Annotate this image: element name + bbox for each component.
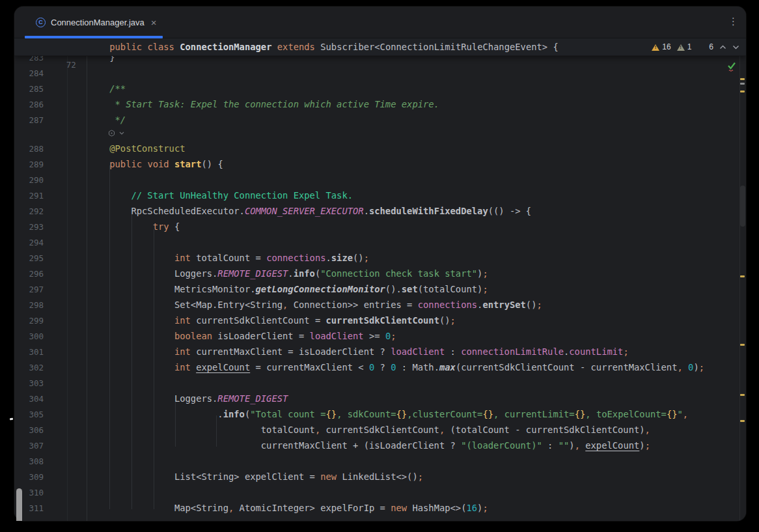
code-line[interactable]: 312 <box>14 516 746 521</box>
stripe-marker[interactable] <box>740 420 745 422</box>
line-number[interactable]: 307 <box>14 438 44 454</box>
code-text: Map<String, AtomicInteger> expelForIp = … <box>88 500 488 516</box>
code-line[interactable]: 294 <box>14 234 746 250</box>
scrollbar-thumb[interactable] <box>740 186 745 227</box>
line-number[interactable]: 297 <box>14 282 44 298</box>
code-text: */ <box>88 112 126 128</box>
passed-item[interactable]: 6 <box>697 38 713 56</box>
code-text: currentMaxClient + (isLoaderClient ? "(l… <box>88 438 650 453</box>
code-line[interactable]: 295 int totalCount = connections.size(); <box>14 250 746 266</box>
sticky-code: public class ConnectionManager extends S… <box>88 38 559 56</box>
tab-connectionmanager[interactable]: C ConnectionManager.java × <box>29 7 166 38</box>
stripe-marker[interactable] <box>740 91 745 92</box>
code-line[interactable]: 310 <box>14 484 746 500</box>
code-text: boolean isLoaderClient = loadClient >= 0… <box>88 328 396 344</box>
line-number[interactable]: 305 <box>14 407 44 423</box>
next-problem-button[interactable] <box>732 45 739 49</box>
code-line[interactable]: 291 // Start UnHealthy Connection Expel … <box>14 188 746 203</box>
kebab-menu-icon[interactable]: ⋮ <box>728 16 738 27</box>
stripe-marker[interactable] <box>740 394 745 396</box>
line-number[interactable]: 291 <box>14 188 44 204</box>
code-line[interactable]: 286 * Start Task: Expel the connection w… <box>14 96 746 112</box>
code-text: * Start Task: Expel the connection which… <box>88 96 439 112</box>
code-line[interactable]: 306 totalCount, currentSdkClientCount, (… <box>14 422 746 438</box>
line-number[interactable]: 302 <box>14 360 44 376</box>
code-line[interactable]: 285 /** <box>14 81 746 96</box>
code-line[interactable]: 304 Loggers.REMOTE_DIGEST <box>14 391 746 406</box>
tab-label: ConnectionManager.java <box>51 18 145 27</box>
code-text: MetricsMonitor.getLongConnectionMonitor(… <box>88 281 488 297</box>
code-line[interactable]: 293 try { <box>14 219 746 234</box>
line-number[interactable]: 303 <box>14 376 44 391</box>
code-line[interactable]: 296 Loggers.REMOTE_DIGEST.info("Connecti… <box>14 266 746 281</box>
code-line[interactable]: 289 public void start() { <box>14 156 746 172</box>
line-number[interactable]: 294 <box>14 235 44 251</box>
line-number[interactable]: 298 <box>14 298 44 313</box>
code-line[interactable]: 301 int currentMaxClient = isLoaderClien… <box>14 344 746 359</box>
line-number[interactable]: 288 <box>14 141 44 157</box>
code-line[interactable]: 302 int expelCount = currentMaxClient < … <box>14 359 746 375</box>
sticky-line-number[interactable]: 72 <box>47 56 76 74</box>
line-number[interactable]: 289 <box>14 157 44 173</box>
code-text: .info("Total count ={}, sdkCount={},clus… <box>88 406 688 422</box>
editor-tab-bar: C ConnectionManager.java × ⋮ <box>14 7 746 38</box>
code-line[interactable]: 300 boolean isLoaderClient = loadClient … <box>14 328 746 344</box>
code-line[interactable]: 307 currentMaxClient + (isLoaderClient ?… <box>14 438 746 453</box>
code-line[interactable]: 311 Map<String, AtomicInteger> expelForI… <box>14 500 746 516</box>
code-text: try { <box>88 219 180 234</box>
code-line[interactable]: 308 <box>14 453 746 469</box>
code-text: // Start UnHealthy Connection Expel Task… <box>88 188 353 203</box>
warning-icon: ! <box>652 44 659 51</box>
inspections-widget[interactable]: ! 16 ! 1 6 <box>652 38 739 56</box>
line-number[interactable]: 306 <box>14 423 44 438</box>
code-line[interactable]: 298 Set<Map.Entry<String, Connection>> e… <box>14 297 746 313</box>
stripe-marker[interactable] <box>740 78 745 80</box>
line-number[interactable]: 299 <box>14 313 44 329</box>
code-text: int currentMaxClient = isLoaderClient ? … <box>88 344 629 359</box>
code-line[interactable]: 288 @PostConstruct <box>14 141 746 156</box>
error-stripe[interactable] <box>739 38 746 521</box>
code-text: int currentSdkClientCount = currentSdkCl… <box>88 313 456 328</box>
ide-window: C ConnectionManager.java × ⋮ 283 }284285… <box>14 7 746 521</box>
line-number[interactable]: 304 <box>14 391 44 407</box>
code-editor[interactable]: 283 }284285 /**286 * Start Task: Expel t… <box>14 38 746 521</box>
line-number[interactable]: 293 <box>14 219 44 235</box>
line-number[interactable]: 292 <box>14 204 44 219</box>
sticky-declaration-header[interactable]: 72 public class ConnectionManager extend… <box>14 38 746 56</box>
bottom-left-artifact <box>16 488 22 521</box>
java-class-icon: C <box>36 18 46 27</box>
stripe-marker[interactable] <box>740 344 745 346</box>
code-text: totalCount, currentSdkClientCount, (tota… <box>88 422 650 438</box>
line-number[interactable]: 296 <box>14 266 44 282</box>
warnings-count: 16 <box>662 38 670 56</box>
weak-warnings-item[interactable]: ! 1 <box>677 38 692 56</box>
code-line[interactable]: 309 List<String> expelClient = new Linke… <box>14 469 746 484</box>
prev-problem-button[interactable] <box>719 45 726 49</box>
code-line[interactable]: 303 <box>14 375 746 391</box>
line-number[interactable]: 290 <box>14 173 44 188</box>
inlay-hint-row[interactable] <box>14 128 746 141</box>
line-number[interactable]: 309 <box>14 469 44 485</box>
weak-warnings-count: 1 <box>687 38 692 56</box>
code-line[interactable]: 305 .info("Total count ={}, sdkCount={},… <box>14 406 746 422</box>
warnings-item[interactable]: ! 16 <box>652 38 670 56</box>
line-number[interactable]: 301 <box>14 344 44 360</box>
code-text: int expelCount = currentMaxClient < 0 ? … <box>88 359 704 375</box>
line-number[interactable]: 295 <box>14 251 44 266</box>
code-line[interactable]: 292 RpcScheduledExecutor.COMMON_SERVER_E… <box>14 203 746 219</box>
stripe-marker[interactable] <box>740 275 745 277</box>
inspection-inlay-icon <box>108 130 115 137</box>
code-line[interactable]: 297 MetricsMonitor.getLongConnectionMoni… <box>14 281 746 297</box>
code-text: @PostConstruct <box>88 141 186 156</box>
code-line[interactable]: 290 <box>14 172 746 188</box>
check-icon <box>697 42 706 53</box>
line-number[interactable]: 308 <box>14 454 44 469</box>
code-line[interactable]: 284 <box>14 65 746 81</box>
tab-close-icon[interactable]: × <box>150 16 158 29</box>
code-line[interactable]: 299 int currentSdkClientCount = currentS… <box>14 313 746 328</box>
edge-artifact <box>10 418 13 421</box>
code-line[interactable]: 287 */ <box>14 112 746 128</box>
line-number[interactable]: 300 <box>14 329 44 344</box>
stripe-marker[interactable] <box>740 83 745 85</box>
code-text: public void start() { <box>88 156 223 172</box>
